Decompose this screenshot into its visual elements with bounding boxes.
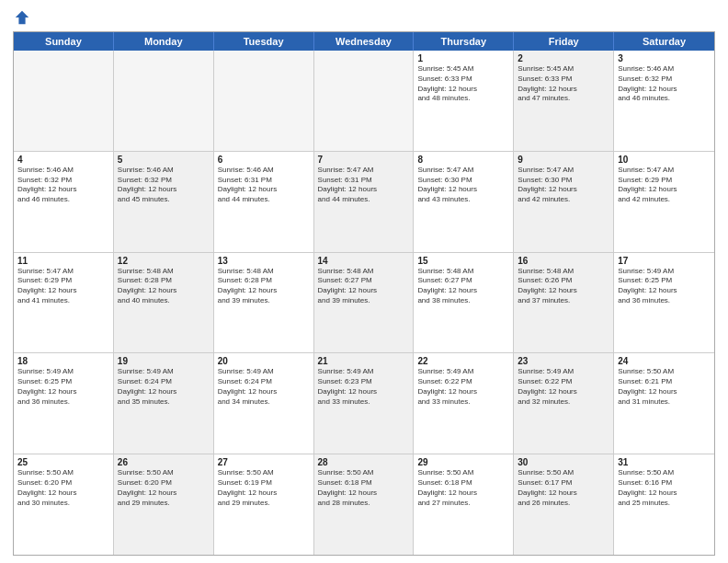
calendar-week-3: 11Sunrise: 5:47 AM Sunset: 6:29 PM Dayli… — [14, 253, 714, 354]
svg-marker-0 — [16, 11, 28, 24]
day-cell-16: 16Sunrise: 5:48 AM Sunset: 6:26 PM Dayli… — [514, 253, 614, 353]
day-info: Sunrise: 5:47 AM Sunset: 6:31 PM Dayligh… — [318, 166, 410, 205]
day-info: Sunrise: 5:49 AM Sunset: 6:22 PM Dayligh… — [518, 367, 609, 407]
day-number: 4 — [17, 155, 109, 165]
day-info: Sunrise: 5:49 AM Sunset: 6:24 PM Dayligh… — [118, 367, 210, 407]
day-number: 10 — [618, 155, 711, 165]
day-of-week-saturday: Saturday — [614, 32, 714, 51]
day-of-week-friday: Friday — [514, 32, 614, 51]
day-info: Sunrise: 5:49 AM Sunset: 6:25 PM Dayligh… — [618, 267, 711, 306]
day-cell-18: 18Sunrise: 5:49 AM Sunset: 6:25 PM Dayli… — [14, 353, 114, 454]
day-of-week-wednesday: Wednesday — [314, 32, 415, 51]
day-info: Sunrise: 5:48 AM Sunset: 6:26 PM Dayligh… — [518, 267, 609, 306]
day-info: Sunrise: 5:50 AM Sunset: 6:21 PM Dayligh… — [618, 367, 711, 407]
day-cell-20: 20Sunrise: 5:49 AM Sunset: 6:24 PM Dayli… — [214, 353, 314, 454]
day-cell-26: 26Sunrise: 5:50 AM Sunset: 6:20 PM Dayli… — [114, 454, 214, 555]
day-cell-19: 19Sunrise: 5:49 AM Sunset: 6:24 PM Dayli… — [114, 353, 214, 454]
day-info: Sunrise: 5:50 AM Sunset: 6:16 PM Dayligh… — [618, 468, 711, 508]
day-number: 29 — [417, 457, 509, 467]
calendar-header: SundayMondayTuesdayWednesdayThursdayFrid… — [14, 32, 714, 51]
day-cell-6: 6Sunrise: 5:46 AM Sunset: 6:31 PM Daylig… — [214, 152, 314, 252]
day-cell-25: 25Sunrise: 5:50 AM Sunset: 6:20 PM Dayli… — [14, 454, 114, 555]
day-number: 7 — [318, 155, 410, 165]
day-cell-12: 12Sunrise: 5:48 AM Sunset: 6:28 PM Dayli… — [114, 253, 214, 353]
day-of-week-thursday: Thursday — [414, 32, 514, 51]
day-number: 31 — [618, 457, 711, 467]
day-cell-3: 3Sunrise: 5:46 AM Sunset: 6:32 PM Daylig… — [614, 51, 714, 151]
day-cell-13: 13Sunrise: 5:48 AM Sunset: 6:28 PM Dayli… — [214, 253, 314, 353]
day-cell-24: 24Sunrise: 5:50 AM Sunset: 6:21 PM Dayli… — [614, 353, 714, 454]
day-cell-8: 8Sunrise: 5:47 AM Sunset: 6:30 PM Daylig… — [414, 152, 514, 252]
day-cell-10: 10Sunrise: 5:47 AM Sunset: 6:29 PM Dayli… — [614, 152, 714, 252]
day-info: Sunrise: 5:48 AM Sunset: 6:28 PM Dayligh… — [118, 267, 210, 306]
logo — [13, 9, 31, 26]
calendar-week-1: 1Sunrise: 5:45 AM Sunset: 6:33 PM Daylig… — [14, 51, 714, 152]
day-number: 1 — [417, 53, 509, 63]
day-info: Sunrise: 5:48 AM Sunset: 6:27 PM Dayligh… — [318, 267, 410, 306]
day-number: 23 — [518, 356, 609, 366]
day-info: Sunrise: 5:47 AM Sunset: 6:30 PM Dayligh… — [417, 166, 509, 205]
day-number: 15 — [417, 256, 509, 266]
day-number: 2 — [518, 53, 609, 63]
header — [13, 9, 715, 26]
day-info: Sunrise: 5:46 AM Sunset: 6:32 PM Dayligh… — [618, 64, 711, 104]
day-cell-9: 9Sunrise: 5:47 AM Sunset: 6:30 PM Daylig… — [514, 152, 614, 252]
day-info: Sunrise: 5:50 AM Sunset: 6:18 PM Dayligh… — [417, 468, 509, 508]
day-number: 12 — [118, 256, 210, 266]
day-info: Sunrise: 5:50 AM Sunset: 6:19 PM Dayligh… — [218, 468, 310, 508]
day-info: Sunrise: 5:47 AM Sunset: 6:30 PM Dayligh… — [518, 166, 609, 205]
day-number: 25 — [17, 457, 109, 467]
day-number: 3 — [618, 53, 711, 63]
day-cell-23: 23Sunrise: 5:49 AM Sunset: 6:22 PM Dayli… — [514, 353, 614, 454]
day-info: Sunrise: 5:49 AM Sunset: 6:25 PM Dayligh… — [17, 367, 109, 407]
calendar-week-2: 4Sunrise: 5:46 AM Sunset: 6:32 PM Daylig… — [14, 152, 714, 253]
calendar: SundayMondayTuesdayWednesdayThursdayFrid… — [13, 31, 715, 556]
logo-text — [13, 9, 31, 26]
day-number: 22 — [417, 356, 509, 366]
day-cell-4: 4Sunrise: 5:46 AM Sunset: 6:32 PM Daylig… — [14, 152, 114, 252]
day-info: Sunrise: 5:45 AM Sunset: 6:33 PM Dayligh… — [518, 64, 609, 104]
day-cell-14: 14Sunrise: 5:48 AM Sunset: 6:27 PM Dayli… — [314, 253, 415, 353]
day-of-week-monday: Monday — [114, 32, 214, 51]
day-cell-11: 11Sunrise: 5:47 AM Sunset: 6:29 PM Dayli… — [14, 253, 114, 353]
day-cell-5: 5Sunrise: 5:46 AM Sunset: 6:32 PM Daylig… — [114, 152, 214, 252]
day-number: 20 — [218, 356, 310, 366]
day-number: 26 — [118, 457, 210, 467]
day-cell-21: 21Sunrise: 5:49 AM Sunset: 6:23 PM Dayli… — [314, 353, 415, 454]
calendar-week-5: 25Sunrise: 5:50 AM Sunset: 6:20 PM Dayli… — [14, 454, 714, 555]
day-number: 11 — [17, 256, 109, 266]
day-cell-29: 29Sunrise: 5:50 AM Sunset: 6:18 PM Dayli… — [414, 454, 514, 555]
day-number: 6 — [218, 155, 310, 165]
day-number: 16 — [518, 256, 609, 266]
day-cell-2: 2Sunrise: 5:45 AM Sunset: 6:33 PM Daylig… — [514, 51, 614, 151]
day-cell-28: 28Sunrise: 5:50 AM Sunset: 6:18 PM Dayli… — [314, 454, 415, 555]
day-info: Sunrise: 5:49 AM Sunset: 6:23 PM Dayligh… — [318, 367, 410, 407]
day-number: 30 — [518, 457, 609, 467]
day-number: 5 — [118, 155, 210, 165]
empty-cell — [14, 51, 114, 151]
day-info: Sunrise: 5:47 AM Sunset: 6:29 PM Dayligh… — [618, 166, 711, 205]
day-info: Sunrise: 5:46 AM Sunset: 6:32 PM Dayligh… — [118, 166, 210, 205]
day-cell-31: 31Sunrise: 5:50 AM Sunset: 6:16 PM Dayli… — [614, 454, 714, 555]
day-number: 21 — [318, 356, 410, 366]
day-cell-7: 7Sunrise: 5:47 AM Sunset: 6:31 PM Daylig… — [314, 152, 415, 252]
day-info: Sunrise: 5:50 AM Sunset: 6:20 PM Dayligh… — [118, 468, 210, 508]
calendar-body: 1Sunrise: 5:45 AM Sunset: 6:33 PM Daylig… — [14, 51, 714, 555]
day-of-week-sunday: Sunday — [14, 32, 114, 51]
day-cell-27: 27Sunrise: 5:50 AM Sunset: 6:19 PM Dayli… — [214, 454, 314, 555]
day-number: 18 — [17, 356, 109, 366]
day-cell-22: 22Sunrise: 5:49 AM Sunset: 6:22 PM Dayli… — [414, 353, 514, 454]
day-number: 27 — [218, 457, 310, 467]
day-info: Sunrise: 5:50 AM Sunset: 6:18 PM Dayligh… — [318, 468, 410, 508]
day-number: 24 — [618, 356, 711, 366]
day-cell-30: 30Sunrise: 5:50 AM Sunset: 6:17 PM Dayli… — [514, 454, 614, 555]
empty-cell — [114, 51, 214, 151]
calendar-week-4: 18Sunrise: 5:49 AM Sunset: 6:25 PM Dayli… — [14, 353, 714, 454]
empty-cell — [214, 51, 314, 151]
day-of-week-tuesday: Tuesday — [214, 32, 314, 51]
day-info: Sunrise: 5:47 AM Sunset: 6:29 PM Dayligh… — [17, 267, 109, 306]
day-info: Sunrise: 5:45 AM Sunset: 6:33 PM Dayligh… — [417, 64, 509, 104]
day-info: Sunrise: 5:50 AM Sunset: 6:17 PM Dayligh… — [518, 468, 609, 508]
day-number: 28 — [318, 457, 410, 467]
day-cell-1: 1Sunrise: 5:45 AM Sunset: 6:33 PM Daylig… — [414, 51, 514, 151]
